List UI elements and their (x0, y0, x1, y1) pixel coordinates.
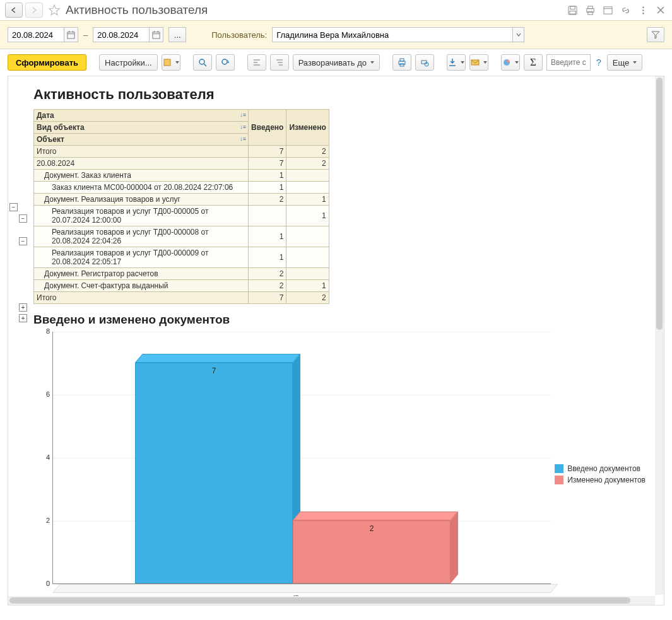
legend-swatch (555, 464, 563, 473)
scroll-thumb[interactable] (9, 597, 630, 604)
svg-rect-1 (570, 6, 575, 9)
search-redo-icon (221, 58, 230, 67)
nav-forward-button[interactable] (25, 3, 43, 18)
chart-type-button[interactable] (501, 54, 520, 71)
svg-rect-15 (153, 32, 160, 38)
find-next-button[interactable] (216, 54, 235, 71)
group-row[interactable]: Документ. Реализация товаров и услуг21 (34, 194, 329, 206)
svg-rect-11 (68, 32, 74, 38)
more-button[interactable]: Еще (607, 54, 642, 71)
col-changed[interactable]: Изменено (286, 110, 329, 146)
filter-panel: – ... Пользователь: (0, 20, 672, 49)
send-mail-button[interactable] (469, 54, 488, 71)
box-icon (163, 58, 172, 67)
legend-item: Введено документов (555, 464, 645, 473)
svg-point-9 (642, 9, 644, 11)
filter-settings-button[interactable] (647, 27, 664, 42)
tree-toggle-root[interactable]: − (9, 203, 18, 211)
date-from-field[interactable] (8, 27, 78, 42)
col-object[interactable]: Объект↓≡ (34, 134, 249, 146)
period-picker-button[interactable]: ... (168, 27, 186, 42)
arrow-right-icon (31, 7, 37, 13)
col-object-type[interactable]: Вид объекта↓≡ (34, 122, 249, 134)
expand-icon (275, 58, 284, 67)
svg-rect-32 (421, 61, 427, 64)
svg-line-21 (204, 64, 206, 66)
nav-back-button[interactable] (5, 3, 23, 18)
link-icon[interactable] (619, 4, 632, 16)
svg-rect-19 (164, 59, 170, 66)
arrow-left-icon (11, 7, 17, 13)
y-tick-label: 6 (40, 390, 50, 398)
tree-toggle-group2[interactable]: − (19, 237, 27, 245)
tree-toggle-group3[interactable]: + (19, 303, 27, 312)
collapse-button[interactable] (247, 54, 266, 71)
titlebar: Активность пользователя (0, 0, 672, 20)
chart-bar: 2 (293, 520, 451, 583)
print-preview-button[interactable] (415, 54, 434, 71)
toolbar-search-input[interactable] (546, 54, 591, 71)
save-as-button[interactable] (447, 54, 466, 71)
svg-point-8 (642, 6, 644, 8)
print-button[interactable] (392, 54, 411, 71)
group-row[interactable]: Документ. Счет-фактура выданный21 (34, 280, 329, 292)
user-select[interactable] (272, 27, 524, 42)
col-date[interactable]: Дата↓≡ (34, 110, 249, 122)
total-row-top[interactable]: Итого 7 2 (34, 146, 329, 158)
svg-point-20 (199, 59, 204, 64)
variants-button[interactable] (162, 54, 180, 71)
item-row[interactable]: Реализация товаров и услуг ТД00-000009 о… (34, 247, 329, 268)
sum-button[interactable]: Σ (524, 54, 543, 71)
item-row[interactable]: Реализация товаров и услуг ТД00-000005 о… (34, 206, 329, 226)
mail-icon (471, 58, 480, 67)
svg-rect-2 (569, 11, 575, 14)
col-entered[interactable]: Введено (249, 110, 286, 146)
svg-point-22 (222, 59, 227, 64)
expand-to-button[interactable]: Разворачивать до (293, 54, 380, 71)
window-icon[interactable] (601, 4, 614, 16)
pie-icon (502, 58, 511, 67)
save-icon[interactable] (566, 4, 579, 16)
date-to-input[interactable] (93, 28, 149, 42)
date-row[interactable]: 20.08.2024 7 2 (34, 158, 329, 170)
y-tick-label: 0 (40, 580, 50, 587)
tree-toggle-group1[interactable]: − (19, 214, 27, 223)
sort-icon: ↓≡ (240, 112, 246, 118)
legend-swatch (555, 476, 563, 484)
page-title: Активность пользователя (66, 3, 563, 17)
scroll-thumb[interactable] (656, 78, 663, 330)
chart-legend: Введено документовИзменено документов (555, 464, 645, 487)
toolbar: Сформировать Настройки... Разворачивать … (0, 49, 672, 76)
dropdown-icon[interactable] (512, 28, 524, 42)
calendar-icon[interactable] (64, 28, 78, 42)
close-icon[interactable] (654, 4, 667, 16)
calendar-icon[interactable] (149, 28, 163, 42)
date-from-input[interactable] (8, 28, 64, 42)
more-vert-icon[interactable] (637, 4, 649, 16)
horizontal-scrollbar[interactable] (8, 596, 655, 605)
print-icon (398, 58, 406, 67)
item-row[interactable]: Реализация товаров и услуг ТД00-000008 о… (34, 226, 329, 247)
vertical-scrollbar[interactable] (655, 76, 664, 595)
total-row-bottom[interactable]: Итого 7 2 (34, 292, 329, 304)
generate-button[interactable]: Сформировать (8, 54, 86, 71)
help-button[interactable]: ? (594, 57, 603, 67)
tree-toggle-group4[interactable]: + (19, 314, 27, 322)
find-button[interactable] (193, 54, 212, 71)
date-to-field[interactable] (93, 27, 163, 42)
group-row[interactable]: Документ. Регистратор расчетов2 (34, 268, 329, 280)
report-title: Активность пользователя (33, 86, 657, 103)
group-row[interactable]: Документ. Заказ клиента1 (34, 170, 329, 182)
chart-bar: 7 (135, 363, 293, 583)
settings-button[interactable]: Настройки... (99, 54, 158, 71)
sort-icon: ↓≡ (240, 124, 246, 130)
user-input[interactable] (273, 28, 512, 42)
expand-button[interactable] (270, 54, 289, 71)
favorite-star-icon[interactable] (48, 4, 61, 16)
y-tick-label: 4 (40, 453, 50, 461)
item-row[interactable]: Заказ клиента МС00-000004 от 20.08.2024 … (34, 182, 329, 194)
print-icon[interactable] (584, 4, 596, 16)
svg-point-10 (642, 12, 644, 13)
svg-rect-6 (603, 6, 611, 13)
legend-item: Изменено документов (555, 476, 645, 484)
